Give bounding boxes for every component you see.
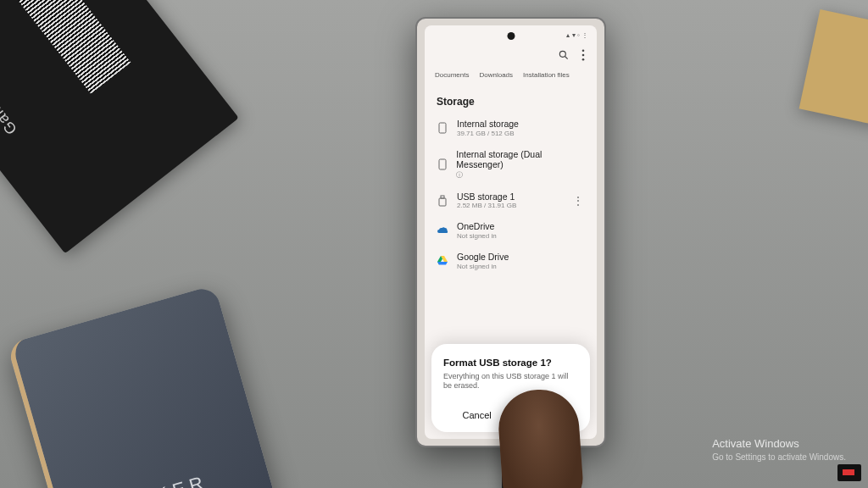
storage-item-label: Internal storage (Dual Messenger)	[456, 149, 585, 170]
storage-item-sub: ⓘ	[456, 170, 585, 180]
channel-badge	[837, 464, 861, 481]
box-label: Galaxy Z Fold6	[0, 36, 21, 137]
storage-item-internal[interactable]: Internal storage 39.71 GB / 512 GB	[425, 113, 597, 143]
windows-activation-watermark: Activate Windows Go to Settings to activ…	[712, 437, 846, 463]
onedrive-icon	[437, 225, 448, 236]
phone-icon	[437, 158, 448, 170]
tab-installation-files[interactable]: Installation files	[523, 71, 570, 79]
gdrive-icon	[437, 255, 448, 267]
usb-more-icon[interactable]: ⋮	[571, 195, 585, 207]
svg-point-4	[582, 58, 585, 61]
dialog-message: Everything on this USB storage 1 will be…	[443, 372, 578, 391]
storage-item-label: OneDrive	[457, 221, 497, 232]
phone-icon	[437, 122, 448, 134]
front-camera	[507, 32, 515, 40]
more-icon[interactable]	[581, 49, 585, 61]
svg-rect-5	[439, 123, 446, 133]
cancel-button[interactable]: Cancel	[453, 407, 499, 424]
dialog-title: Format USB storage 1?	[443, 358, 578, 368]
status-indicators: ▴ ▾ ◦ ⋮	[566, 31, 588, 39]
storage-item-sub: 2.52 MB / 31.91 GB	[457, 202, 516, 209]
watermark-sub: Go to Settings to activate Windows.	[712, 452, 846, 463]
svg-rect-8	[441, 196, 444, 198]
storage-item-usb[interactable]: USB storage 1 2.52 MB / 31.91 GB ⋮	[425, 186, 597, 216]
svg-point-2	[582, 49, 585, 52]
svg-rect-7	[439, 198, 446, 206]
svg-line-1	[565, 57, 568, 59]
storage-item-sub: 39.71 GB / 512 GB	[457, 130, 519, 137]
storage-item-label: Internal storage	[457, 119, 519, 130]
powerbank-brand: ANKER	[60, 454, 270, 488]
storage-item-sub: Not signed in	[457, 263, 509, 270]
svg-marker-11	[437, 262, 448, 265]
tab-documents[interactable]: Documents	[435, 71, 469, 79]
storage-item-google-drive[interactable]: Google Drive Not signed in	[425, 246, 597, 276]
box-barcode	[18, 0, 131, 94]
watermark-title: Activate Windows	[712, 437, 846, 452]
storage-item-sub: Not signed in	[457, 232, 497, 240]
category-tabs: Documents Downloads Installation files	[425, 66, 597, 87]
svg-rect-6	[439, 159, 446, 169]
storage-item-label: USB storage 1	[457, 191, 516, 202]
phone-device: ▴ ▾ ◦ ⋮ Documents Downloads Installation…	[415, 17, 606, 447]
tab-downloads[interactable]: Downloads	[479, 71, 513, 79]
phone-screen: ▴ ▾ ◦ ⋮ Documents Downloads Installation…	[425, 25, 597, 439]
usb-icon	[437, 195, 448, 207]
svg-point-0	[559, 51, 565, 57]
storage-section-title: Storage	[425, 87, 597, 113]
storage-item-dual-messenger[interactable]: Internal storage (Dual Messenger) ⓘ	[425, 143, 597, 186]
svg-point-3	[582, 54, 585, 57]
app-top-bar	[425, 44, 597, 66]
storage-item-onedrive[interactable]: OneDrive Not signed in	[425, 215, 597, 246]
storage-item-label: Google Drive	[457, 252, 509, 263]
search-icon[interactable]	[558, 49, 570, 61]
